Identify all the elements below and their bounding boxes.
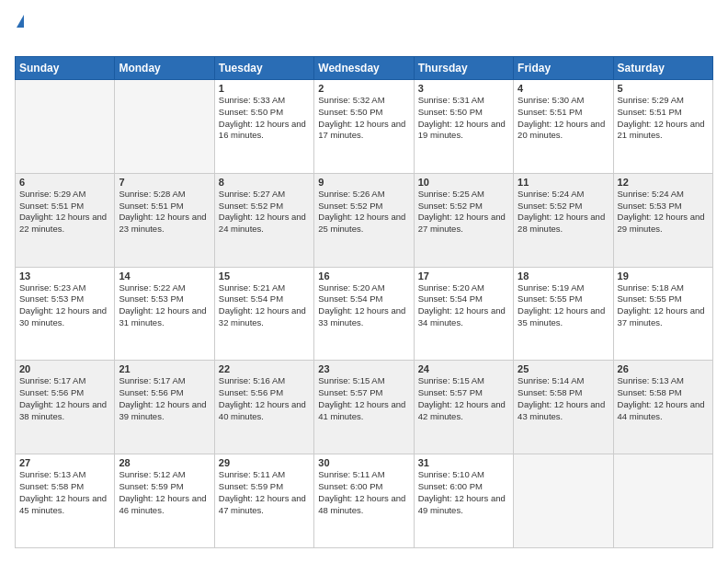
day-number: 7 xyxy=(119,177,210,188)
calendar-cell: 17Sunrise: 5:20 AMSunset: 5:54 PMDayligh… xyxy=(414,267,513,361)
calendar-cell xyxy=(16,80,115,174)
calendar-cell: 27Sunrise: 5:13 AMSunset: 5:58 PMDayligh… xyxy=(16,454,115,548)
calendar-week-3: 20Sunrise: 5:17 AMSunset: 5:56 PMDayligh… xyxy=(16,361,713,454)
day-of-week-sunday: Sunday xyxy=(16,57,115,80)
calendar-cell: 1Sunrise: 5:33 AMSunset: 5:50 PMDaylight… xyxy=(214,80,313,174)
day-number: 23 xyxy=(318,363,409,374)
calendar-week-0: 1Sunrise: 5:33 AMSunset: 5:50 PMDaylight… xyxy=(16,80,713,174)
calendar-cell: 14Sunrise: 5:22 AMSunset: 5:53 PMDayligh… xyxy=(115,267,214,361)
calendar-cell: 15Sunrise: 5:21 AMSunset: 5:54 PMDayligh… xyxy=(214,267,313,361)
day-info: Sunrise: 5:18 AMSunset: 5:55 PMDaylight:… xyxy=(618,282,709,329)
day-info: Sunrise: 5:29 AMSunset: 5:51 PMDaylight:… xyxy=(19,189,110,236)
day-number: 11 xyxy=(518,177,609,188)
day-number: 18 xyxy=(518,270,609,282)
day-info: Sunrise: 5:20 AMSunset: 5:54 PMDaylight:… xyxy=(318,282,409,329)
calendar-cell xyxy=(514,454,613,548)
day-number: 22 xyxy=(219,363,310,374)
day-number: 20 xyxy=(19,363,110,374)
calendar-cell: 30Sunrise: 5:11 AMSunset: 6:00 PMDayligh… xyxy=(314,454,414,548)
day-info: Sunrise: 5:28 AMSunset: 5:51 PMDaylight:… xyxy=(119,189,210,236)
day-info: Sunrise: 5:15 AMSunset: 5:57 PMDaylight:… xyxy=(418,375,509,422)
day-of-week-thursday: Thursday xyxy=(414,57,513,80)
day-info: Sunrise: 5:31 AMSunset: 5:50 PMDaylight:… xyxy=(418,95,509,142)
day-number: 19 xyxy=(618,270,709,282)
calendar-cell: 11Sunrise: 5:24 AMSunset: 5:52 PMDayligh… xyxy=(514,173,613,267)
day-number: 4 xyxy=(518,83,609,94)
calendar-cell: 31Sunrise: 5:10 AMSunset: 6:00 PMDayligh… xyxy=(414,454,513,548)
calendar-cell: 23Sunrise: 5:15 AMSunset: 5:57 PMDayligh… xyxy=(314,361,414,454)
day-info: Sunrise: 5:22 AMSunset: 5:53 PMDaylight:… xyxy=(119,282,210,329)
day-info: Sunrise: 5:24 AMSunset: 5:53 PMDaylight:… xyxy=(618,189,709,236)
day-info: Sunrise: 5:25 AMSunset: 5:52 PMDaylight:… xyxy=(418,189,509,236)
day-info: Sunrise: 5:16 AMSunset: 5:56 PMDaylight:… xyxy=(219,375,310,422)
calendar-cell: 6Sunrise: 5:29 AMSunset: 5:51 PMDaylight… xyxy=(16,173,115,267)
calendar-cell: 25Sunrise: 5:14 AMSunset: 5:58 PMDayligh… xyxy=(514,361,613,454)
logo xyxy=(15,15,26,47)
calendar-cell: 7Sunrise: 5:28 AMSunset: 5:51 PMDaylight… xyxy=(115,173,214,267)
day-info: Sunrise: 5:32 AMSunset: 5:50 PMDaylight:… xyxy=(318,95,409,142)
day-info: Sunrise: 5:23 AMSunset: 5:53 PMDaylight:… xyxy=(19,282,110,329)
calendar-cell: 9Sunrise: 5:26 AMSunset: 5:52 PMDaylight… xyxy=(314,173,414,267)
day-number: 5 xyxy=(618,83,709,94)
day-info: Sunrise: 5:13 AMSunset: 5:58 PMDaylight:… xyxy=(19,469,110,516)
calendar-cell: 3Sunrise: 5:31 AMSunset: 5:50 PMDaylight… xyxy=(414,80,513,174)
day-number: 9 xyxy=(318,177,409,188)
calendar-cell: 28Sunrise: 5:12 AMSunset: 5:59 PMDayligh… xyxy=(115,454,214,548)
day-number: 12 xyxy=(618,177,709,188)
calendar-cell: 13Sunrise: 5:23 AMSunset: 5:53 PMDayligh… xyxy=(16,267,115,361)
calendar-week-1: 6Sunrise: 5:29 AMSunset: 5:51 PMDaylight… xyxy=(16,173,713,267)
day-number: 13 xyxy=(19,270,110,282)
day-info: Sunrise: 5:11 AMSunset: 6:00 PMDaylight:… xyxy=(318,469,409,516)
day-number: 27 xyxy=(19,457,110,468)
day-info: Sunrise: 5:11 AMSunset: 5:59 PMDaylight:… xyxy=(219,469,310,516)
calendar-cell: 21Sunrise: 5:17 AMSunset: 5:56 PMDayligh… xyxy=(115,361,214,454)
calendar-cell: 29Sunrise: 5:11 AMSunset: 5:59 PMDayligh… xyxy=(214,454,313,548)
logo-blue-text xyxy=(15,28,17,47)
calendar-week-2: 13Sunrise: 5:23 AMSunset: 5:53 PMDayligh… xyxy=(16,267,713,361)
day-of-week-friday: Friday xyxy=(514,57,613,80)
day-number: 14 xyxy=(119,270,210,282)
day-info: Sunrise: 5:19 AMSunset: 5:55 PMDaylight:… xyxy=(518,282,609,329)
logo-text xyxy=(15,15,26,28)
day-number: 25 xyxy=(518,363,609,374)
day-info: Sunrise: 5:13 AMSunset: 5:58 PMDaylight:… xyxy=(618,375,709,422)
day-info: Sunrise: 5:14 AMSunset: 5:58 PMDaylight:… xyxy=(518,375,609,422)
header xyxy=(15,15,713,47)
calendar-cell xyxy=(115,80,214,174)
day-info: Sunrise: 5:10 AMSunset: 6:00 PMDaylight:… xyxy=(418,469,509,516)
calendar-cell: 22Sunrise: 5:16 AMSunset: 5:56 PMDayligh… xyxy=(214,361,313,454)
day-number: 15 xyxy=(219,270,310,282)
day-info: Sunrise: 5:24 AMSunset: 5:52 PMDaylight:… xyxy=(518,189,609,236)
day-number: 29 xyxy=(219,457,310,468)
day-of-week-saturday: Saturday xyxy=(613,57,712,80)
day-info: Sunrise: 5:33 AMSunset: 5:50 PMDaylight:… xyxy=(219,95,310,142)
day-info: Sunrise: 5:17 AMSunset: 5:56 PMDaylight:… xyxy=(19,375,110,422)
day-of-week-tuesday: Tuesday xyxy=(214,57,313,80)
calendar-cell: 2Sunrise: 5:32 AMSunset: 5:50 PMDaylight… xyxy=(314,80,414,174)
logo-triangle-icon xyxy=(17,15,24,28)
day-number: 6 xyxy=(19,177,110,188)
calendar-cell: 16Sunrise: 5:20 AMSunset: 5:54 PMDayligh… xyxy=(314,267,414,361)
day-of-week-monday: Monday xyxy=(115,57,214,80)
day-info: Sunrise: 5:21 AMSunset: 5:54 PMDaylight:… xyxy=(219,282,310,329)
calendar-cell: 24Sunrise: 5:15 AMSunset: 5:57 PMDayligh… xyxy=(414,361,513,454)
day-info: Sunrise: 5:27 AMSunset: 5:52 PMDaylight:… xyxy=(219,189,310,236)
calendar-cell xyxy=(613,454,712,548)
calendar-cell: 10Sunrise: 5:25 AMSunset: 5:52 PMDayligh… xyxy=(414,173,513,267)
day-number: 26 xyxy=(618,363,709,374)
calendar-cell: 19Sunrise: 5:18 AMSunset: 5:55 PMDayligh… xyxy=(613,267,712,361)
day-number: 2 xyxy=(318,83,409,94)
calendar-cell: 4Sunrise: 5:30 AMSunset: 5:51 PMDaylight… xyxy=(514,80,613,174)
calendar-cell: 12Sunrise: 5:24 AMSunset: 5:53 PMDayligh… xyxy=(613,173,712,267)
calendar-table: SundayMondayTuesdayWednesdayThursdayFrid… xyxy=(15,56,713,548)
day-info: Sunrise: 5:30 AMSunset: 5:51 PMDaylight:… xyxy=(518,95,609,142)
day-number: 1 xyxy=(219,83,310,94)
day-number: 21 xyxy=(119,363,210,374)
day-of-week-wednesday: Wednesday xyxy=(314,57,414,80)
calendar-week-4: 27Sunrise: 5:13 AMSunset: 5:58 PMDayligh… xyxy=(16,454,713,548)
day-info: Sunrise: 5:17 AMSunset: 5:56 PMDaylight:… xyxy=(119,375,210,422)
day-number: 31 xyxy=(418,457,509,468)
day-number: 28 xyxy=(119,457,210,468)
calendar-cell: 20Sunrise: 5:17 AMSunset: 5:56 PMDayligh… xyxy=(16,361,115,454)
day-number: 24 xyxy=(418,363,509,374)
